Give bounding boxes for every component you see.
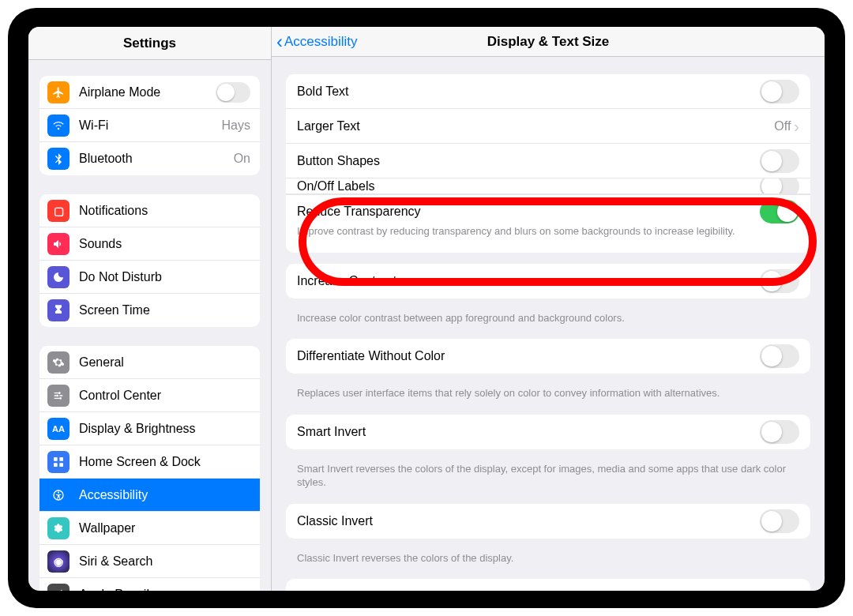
detail-navbar: ‹ Accessibility Display & Text Size (272, 27, 825, 57)
svg-rect-1 (59, 457, 63, 461)
airplane-icon (47, 81, 70, 103)
svg-rect-3 (59, 463, 63, 467)
detail-group-classicinvert: Classic Invert (286, 504, 810, 539)
row-label: Color Filters (297, 589, 774, 591)
bluetooth-icon (47, 148, 70, 170)
row-label: Smart Invert (297, 425, 760, 439)
settings-sidebar: Settings Airplane Mode (28, 27, 272, 591)
row-bold-text[interactable]: Bold Text (286, 74, 810, 109)
sidebar-item-accessibility[interactable]: Accessibility (39, 479, 260, 512)
row-classic-invert[interactable]: Classic Invert (286, 504, 810, 539)
row-label: Button Shapes (297, 154, 760, 168)
sidebar-item-label: Notifications (79, 204, 250, 218)
sidebar-item-label: Screen Time (79, 303, 250, 317)
siri-icon: ◉ (47, 550, 70, 573)
sidebar-item-screentime[interactable]: Screen Time (39, 294, 260, 327)
row-label: Classic Invert (297, 514, 760, 528)
bold-text-toggle[interactable] (760, 80, 799, 103)
sounds-icon (47, 233, 70, 255)
gear-icon (47, 351, 70, 374)
sidebar-item-homescreen[interactable]: Home Screen & Dock (39, 445, 260, 479)
sidebar-item-siri[interactable]: ◉ Siri & Search (39, 545, 260, 578)
sidebar-item-label: Wi-Fi (79, 118, 217, 133)
back-label: Accessibility (284, 34, 358, 50)
chevron-left-icon: ‹ (276, 32, 283, 51)
sidebar-group-alerts: ▢ Notifications Sounds Do Not Disturb (39, 194, 260, 327)
detail-group-diffcolor: Differentiate Without Color (286, 339, 810, 374)
wifi-value: Hays (222, 118, 250, 133)
classic-invert-toggle[interactable] (760, 509, 799, 533)
diff-without-color-note: Replaces user interface items that rely … (286, 380, 810, 415)
grid-icon (47, 451, 70, 473)
row-label: Reduce Transparency (297, 205, 760, 219)
increase-contrast-note: Increase color contrast between app fore… (286, 305, 810, 340)
ipad-frame: Settings Airplane Mode (8, 8, 845, 608)
moon-icon (47, 266, 70, 288)
sidebar-item-label: Sounds (79, 237, 250, 251)
button-shapes-toggle[interactable] (760, 149, 799, 173)
sidebar-scroll[interactable]: Airplane Mode Wi-Fi Hays (28, 60, 271, 591)
sidebar-item-sounds[interactable]: Sounds (39, 227, 260, 261)
sidebar-item-label: Accessibility (79, 488, 250, 502)
row-onoff-labels[interactable]: On/Off Labels (286, 178, 810, 194)
reduce-transparency-toggle[interactable] (760, 200, 799, 223)
hourglass-icon (47, 299, 70, 321)
sidebar-item-label: Airplane Mode (79, 85, 216, 100)
svg-rect-0 (54, 457, 58, 461)
sidebar-item-label: General (79, 355, 250, 370)
reduce-transparency-note: Improve contrast by reducing transparenc… (286, 223, 810, 253)
sidebar-item-notifications[interactable]: ▢ Notifications (39, 194, 260, 227)
accessibility-icon (47, 484, 70, 506)
settings-detail-pane: ‹ Accessibility Display & Text Size Bold… (272, 27, 825, 591)
sidebar-group-general: General Control Center AA Display & Brig… (39, 346, 260, 591)
smart-invert-toggle[interactable] (760, 420, 799, 444)
sidebar-item-airplane[interactable]: Airplane Mode (39, 76, 260, 109)
detail-scroll[interactable]: Bold Text Larger Text Off › Button Shape… (272, 57, 825, 591)
increase-contrast-toggle[interactable] (760, 269, 799, 293)
text-size-icon: AA (47, 418, 70, 440)
sidebar-item-label: Display & Brightness (79, 422, 250, 436)
larger-text-value: Off (774, 119, 791, 133)
sidebar-item-label: Control Center (79, 389, 250, 403)
row-label: Larger Text (297, 119, 774, 133)
chevron-right-icon: › (794, 588, 799, 591)
sidebar-item-wifi[interactable]: Wi-Fi Hays (39, 109, 260, 142)
row-diff-without-color[interactable]: Differentiate Without Color (286, 339, 810, 374)
sidebar-item-label: Siri & Search (79, 554, 250, 569)
sidebar-item-pencil[interactable]: Apple Pencil (39, 578, 260, 591)
sidebar-item-wallpaper[interactable]: ✽ Wallpaper (39, 512, 260, 545)
diff-without-color-toggle[interactable] (760, 344, 799, 368)
wifi-icon (47, 115, 70, 137)
sidebar-item-label: Wallpaper (79, 521, 250, 535)
row-label: On/Off Labels (297, 179, 760, 193)
sidebar-item-dnd[interactable]: Do Not Disturb (39, 261, 260, 294)
row-label: Increase Contrast (297, 274, 760, 288)
back-button[interactable]: ‹ Accessibility (272, 32, 358, 51)
sidebar-item-display[interactable]: AA Display & Brightness (39, 412, 260, 445)
onoff-labels-toggle[interactable] (760, 178, 799, 194)
sidebar-item-label: Do Not Disturb (79, 270, 250, 284)
classic-invert-note: Classic Invert reverses the colors of th… (286, 545, 810, 580)
row-button-shapes[interactable]: Button Shapes (286, 144, 810, 178)
color-filters-value: Off (774, 589, 791, 591)
row-label: Differentiate Without Color (297, 349, 760, 363)
sidebar-item-label: Home Screen & Dock (79, 455, 250, 469)
airplane-toggle[interactable] (216, 82, 250, 103)
smart-invert-note: Smart Invert reverses the colors of the … (286, 456, 810, 504)
sidebar-item-bluetooth[interactable]: Bluetooth On (39, 142, 260, 175)
row-increase-contrast[interactable]: Increase Contrast (286, 264, 810, 299)
flower-icon: ✽ (47, 517, 70, 539)
screen: Settings Airplane Mode (28, 27, 825, 591)
sidebar-title: Settings (28, 27, 271, 60)
detail-group-smartinvert: Smart Invert (286, 415, 810, 449)
sidebar-item-general[interactable]: General (39, 346, 260, 379)
row-smart-invert[interactable]: Smart Invert (286, 415, 810, 449)
sidebar-item-label: Bluetooth (79, 152, 229, 166)
row-label: Bold Text (297, 85, 760, 99)
sliders-icon (47, 385, 70, 407)
sidebar-item-controlcenter[interactable]: Control Center (39, 379, 260, 412)
row-larger-text[interactable]: Larger Text Off › (286, 109, 810, 144)
row-color-filters[interactable]: Color Filters Off › (286, 579, 810, 591)
chevron-right-icon: › (794, 118, 799, 134)
svg-point-5 (58, 491, 59, 493)
